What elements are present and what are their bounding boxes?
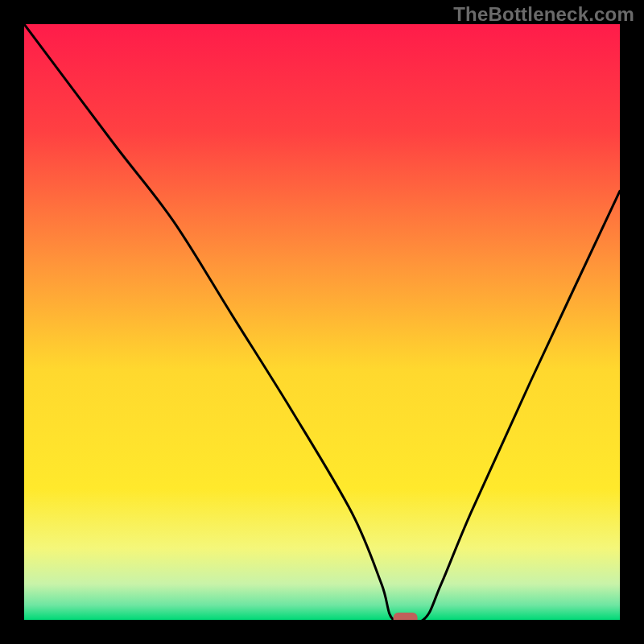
plot-area [24, 24, 620, 620]
gradient-background [24, 24, 620, 620]
optimum-marker [394, 613, 418, 620]
watermark-text: TheBottleneck.com [453, 3, 634, 26]
chart-frame: TheBottleneck.com [0, 0, 644, 644]
bottleneck-curve-chart [24, 24, 620, 620]
